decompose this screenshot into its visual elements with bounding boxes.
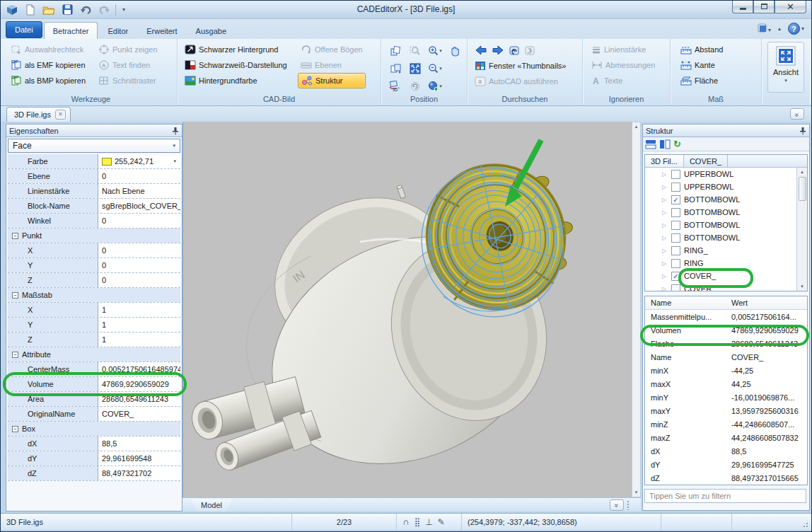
maximize-button[interactable]: [753, 0, 775, 13]
split-vertical-icon[interactable]: [659, 139, 671, 149]
layout-list-chevron-button[interactable]: »: [610, 499, 624, 511]
document-tab[interactable]: 3D File.igs ×: [6, 107, 71, 122]
split-horizontal-icon[interactable]: [645, 139, 656, 149]
splitter-grip[interactable]: [627, 500, 630, 510]
property-group-box[interactable]: −Box: [8, 422, 180, 436]
nav-forward-button[interactable]: [492, 45, 504, 55]
abstand-button[interactable]: Abstand: [678, 42, 761, 57]
expand-icon[interactable]: ▷: [662, 197, 668, 203]
tree-scrollbar[interactable]: ▴ ▾: [796, 168, 807, 291]
expand-icon[interactable]: ▷: [662, 273, 668, 279]
property-row[interactable]: dX88,5: [8, 436, 180, 451]
kante-button[interactable]: Kante: [678, 57, 761, 73]
close-button[interactable]: ✕: [775, 0, 806, 13]
checkbox[interactable]: [671, 233, 680, 243]
entity-type-select[interactable]: Face ▾: [8, 139, 180, 153]
scrollbar-thumb[interactable]: [799, 177, 806, 201]
checkbox-checked[interactable]: ✓: [671, 195, 680, 204]
property-row[interactable]: OriginalNameCOVER_: [8, 407, 180, 422]
checkbox[interactable]: [671, 208, 680, 217]
copy-view-button[interactable]: [386, 60, 405, 76]
tree-tab-file[interactable]: 3D Fil...: [645, 155, 684, 167]
snap-magnet-icon[interactable]: ∩: [402, 516, 409, 527]
resize-grip[interactable]: [800, 519, 809, 528]
ortho-icon[interactable]: ⊥: [425, 517, 432, 527]
scroll-down-icon[interactable]: ▾: [635, 490, 638, 495]
expand-icon[interactable]: ▷: [662, 286, 668, 292]
tree-item[interactable]: ▷RING: [645, 257, 807, 270]
collapse-icon[interactable]: −: [12, 233, 18, 239]
property-row[interactable]: Block-NamesgBrepBlock_COVER__: [8, 199, 180, 214]
checkbox[interactable]: [671, 284, 680, 292]
tab-ausgabe[interactable]: Ausgabe: [187, 23, 235, 39]
expand-icon[interactable]: ▷: [662, 235, 668, 241]
osnap-pen-icon[interactable]: ✎: [438, 517, 445, 527]
tree-item[interactable]: ▷BOTTOMBOWL: [645, 206, 807, 219]
property-row[interactable]: Farbe255,242,71▾: [8, 154, 180, 169]
scroll-up-icon[interactable]: ▴: [635, 124, 638, 129]
scroll-down-icon[interactable]: ▾: [801, 284, 804, 289]
checkbox[interactable]: [671, 259, 680, 268]
expand-icon[interactable]: ▷: [662, 222, 668, 229]
property-row[interactable]: Z1: [8, 332, 180, 347]
property-row[interactable]: LinienstärkeNach Ebene: [8, 184, 180, 199]
property-row-volume[interactable]: Volume47869,9290659029: [8, 377, 180, 392]
document-close-icon[interactable]: ×: [55, 110, 66, 120]
checkbox[interactable]: [671, 246, 680, 255]
rotate-view-button[interactable]: [386, 42, 405, 59]
checkbox[interactable]: [671, 170, 680, 179]
tab-erweitert[interactable]: Erweitert: [138, 23, 185, 39]
visual-style-button[interactable]: ▾: [426, 78, 444, 94]
fenster-thumbnails-button[interactable]: Fenster «Thumbnails»: [472, 58, 582, 74]
pin-icon[interactable]: [799, 127, 806, 135]
tree-item[interactable]: ▷UPPERBOWL: [645, 168, 807, 180]
expand-icon[interactable]: ▷: [662, 184, 668, 190]
property-group-massstab[interactable]: −Maßstab: [8, 288, 180, 303]
property-row[interactable]: Winkel0: [8, 214, 180, 229]
hintergrundfarbe-button[interactable]: Hintergrundfarbe: [182, 73, 298, 88]
collapse-ribbon-button[interactable]: ▴: [778, 25, 781, 32]
property-row[interactable]: dZ88,497321702: [8, 466, 180, 481]
help-button[interactable]: ? ▾: [788, 23, 804, 35]
tab-betrachter[interactable]: Betrachter: [44, 22, 98, 39]
grid-icon[interactable]: ⣿: [414, 517, 420, 527]
nav-return-button[interactable]: [509, 45, 520, 56]
collapse-icon[interactable]: −: [12, 292, 18, 299]
tree-item[interactable]: ▷✓BOTTOMBOWL: [645, 193, 807, 206]
nav-back-button[interactable]: [475, 45, 487, 55]
property-row[interactable]: Y0: [8, 258, 180, 273]
property-row[interactable]: Y1: [8, 318, 180, 332]
property-row[interactable]: dY29,961699548: [8, 451, 180, 466]
zoom-out-button[interactable]: ▾: [426, 60, 444, 76]
tree-tab-cover[interactable]: COVER_: [684, 155, 728, 167]
struktur-button[interactable]: Struktur: [298, 73, 366, 88]
tree-item[interactable]: ▷RING_: [645, 244, 807, 257]
tree-item-cover[interactable]: ▷✓COVER_: [645, 270, 807, 282]
fit-extents-button[interactable]: [406, 60, 424, 76]
checkbox-checked[interactable]: ✓: [671, 272, 680, 281]
property-row[interactable]: Area28680,6549611243: [8, 392, 180, 407]
collapse-icon[interactable]: −: [12, 426, 18, 432]
filter-input[interactable]: [644, 489, 806, 503]
property-row[interactable]: X0: [8, 243, 180, 258]
schwarzweiss-darstellung-button[interactable]: Schwarzweiß-Darstellung: [182, 57, 298, 73]
pan-button[interactable]: [446, 42, 464, 59]
flaeche-button[interactable]: Fläche: [678, 73, 761, 88]
minimize-button[interactable]: [732, 0, 753, 13]
collapse-icon[interactable]: −: [12, 352, 18, 358]
tree-item[interactable]: ▷BOTTOMBOWL: [645, 219, 807, 231]
expand-icon[interactable]: ▷: [662, 260, 668, 267]
property-row[interactable]: Ebene0: [8, 169, 180, 184]
tree-item[interactable]: ▷COVER: [645, 282, 807, 291]
schwarzer-hintergrund-button[interactable]: Schwarzer Hintergrund: [182, 42, 298, 57]
als-bmp-kopieren-button[interactable]: BMP als BMP kopieren: [8, 73, 95, 88]
expand-icon[interactable]: ▷: [662, 209, 668, 216]
scroll-up-icon[interactable]: ▴: [801, 169, 804, 175]
tab-editor[interactable]: Editor: [99, 23, 137, 39]
pin-icon[interactable]: [172, 127, 179, 135]
viewport-canvas[interactable]: IN: [182, 122, 632, 497]
checkbox[interactable]: [671, 221, 680, 230]
expand-icon[interactable]: ▷: [662, 171, 668, 178]
checkbox[interactable]: [671, 183, 680, 192]
model-tab[interactable]: Model: [191, 499, 232, 511]
